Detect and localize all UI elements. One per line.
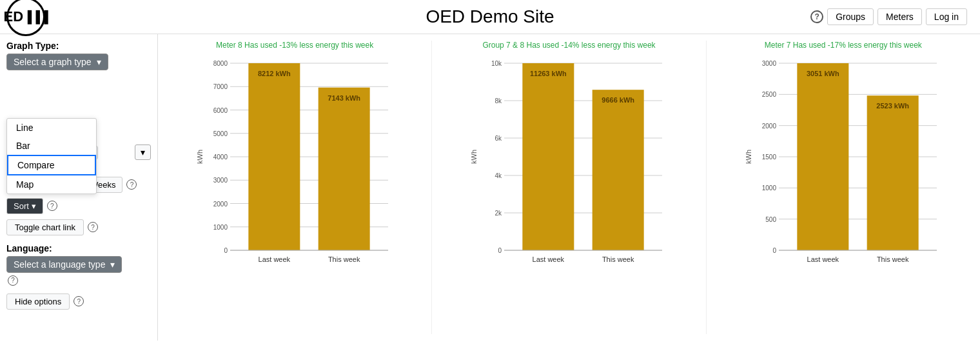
header-actions: ? Groups Meters Log in xyxy=(810,8,967,25)
svg-text:2523 kWh: 2523 kWh xyxy=(876,102,909,110)
hide-help-icon[interactable]: ? xyxy=(74,296,84,306)
svg-text:8000: 8000 xyxy=(213,60,228,67)
language-help-icon[interactable]: ? xyxy=(8,275,18,286)
sort-row: Sort ▾ ? xyxy=(6,198,151,214)
svg-rect-22 xyxy=(318,88,370,250)
svg-text:2000: 2000 xyxy=(213,201,228,208)
meter-dropdown[interactable]: ▾ xyxy=(135,144,151,160)
svg-text:Last week: Last week xyxy=(807,255,839,263)
svg-text:2500: 2500 xyxy=(762,91,777,98)
svg-text:This week: This week xyxy=(328,255,360,263)
svg-text:5000: 5000 xyxy=(213,130,228,137)
graph-type-label: Graph Type: xyxy=(6,41,151,51)
svg-rect-42 xyxy=(593,90,644,250)
sort-button[interactable]: Sort ▾ xyxy=(6,198,43,214)
dropdown-caret: ▾ xyxy=(97,57,101,67)
language-dropdown[interactable]: Select a language type ▾ xyxy=(6,256,122,273)
svg-text:3051 kWh: 3051 kWh xyxy=(807,70,839,77)
logo-icon: ED ▐▐▐ xyxy=(6,0,45,36)
chart-svg-2: 02k4k6k8k10kkWh11263 kWhLast week9666 kW… xyxy=(469,54,669,279)
svg-rect-39 xyxy=(523,63,574,250)
svg-text:9666 kWh: 9666 kWh xyxy=(602,96,635,104)
svg-text:1000: 1000 xyxy=(762,184,777,192)
svg-text:1500: 1500 xyxy=(762,154,777,161)
graph-option-bar[interactable]: Bar xyxy=(7,137,96,155)
hide-options-button[interactable]: Hide options xyxy=(6,293,70,310)
page-title: OED Demo Site xyxy=(426,6,554,27)
svg-text:2000: 2000 xyxy=(762,123,777,130)
charts-area: Meter 8 Has used -13% less energy this w… xyxy=(158,34,980,341)
svg-text:Last week: Last week xyxy=(259,255,291,263)
svg-text:2k: 2k xyxy=(495,210,503,217)
svg-text:0: 0 xyxy=(224,247,228,254)
svg-rect-19 xyxy=(248,63,300,250)
graph-type-menu: Line Bar Compare Map xyxy=(6,118,97,194)
svg-text:kWh: kWh xyxy=(196,150,204,164)
svg-text:500: 500 xyxy=(765,216,776,223)
sort-label: Sort xyxy=(14,201,29,211)
svg-text:1000: 1000 xyxy=(213,224,228,231)
graph-type-dropdown[interactable]: Select a graph type ▾ xyxy=(6,54,108,70)
svg-text:0: 0 xyxy=(772,247,776,254)
groups-button[interactable]: Groups xyxy=(827,8,874,25)
meters-button[interactable]: Meters xyxy=(877,8,922,25)
toggle-chart-link-button[interactable]: Toggle chart link xyxy=(6,219,84,235)
chart-container-2: Group 7 & 8 Has used -14% less energy th… xyxy=(432,41,706,334)
header: ED ▐▐▐ OED Demo Site ? Groups Meters Log… xyxy=(0,0,980,34)
chart-svg-3: 050010001500200025003000kWh3051 kWhLast … xyxy=(743,54,943,279)
svg-text:3000: 3000 xyxy=(213,177,228,184)
logo-text: ED xyxy=(4,8,24,25)
svg-text:Last week: Last week xyxy=(533,255,565,263)
graph-option-compare[interactable]: Compare xyxy=(7,155,96,175)
sort-help-icon[interactable]: ? xyxy=(47,201,57,211)
svg-text:This week: This week xyxy=(602,255,634,263)
main-layout: Graph Type: Select a graph type ▾ Line B… xyxy=(0,34,980,341)
time-help-icon[interactable]: ? xyxy=(126,179,137,190)
chart-svg-1: 010002000300040005000600070008000kWh8212… xyxy=(195,54,395,279)
svg-text:3000: 3000 xyxy=(762,60,777,67)
toggle-row: Toggle chart link ? xyxy=(6,219,151,235)
svg-text:4k: 4k xyxy=(495,172,503,179)
svg-text:7143 kWh: 7143 kWh xyxy=(328,94,360,102)
svg-text:8212 kWh: 8212 kWh xyxy=(258,70,291,77)
chart-container-3: Meter 7 Has used -17% less energy this w… xyxy=(707,41,980,334)
svg-text:7000: 7000 xyxy=(213,83,228,90)
login-button[interactable]: Log in xyxy=(926,8,967,25)
chart-container-1: Meter 8 Has used -13% less energy this w… xyxy=(158,41,432,334)
graph-option-map[interactable]: Map xyxy=(7,175,96,194)
logo: ED ▐▐▐ xyxy=(6,0,45,36)
svg-text:6000: 6000 xyxy=(213,107,228,114)
meter-dropdown-caret: ▾ xyxy=(141,147,145,157)
sort-caret: ▾ xyxy=(32,201,36,211)
svg-text:11263 kWh: 11263 kWh xyxy=(530,70,567,77)
svg-text:8k: 8k xyxy=(495,97,503,104)
svg-rect-61 xyxy=(797,63,848,250)
toggle-help-icon[interactable]: ? xyxy=(88,222,98,232)
graph-type-selected: Select a graph type xyxy=(14,57,92,67)
svg-rect-64 xyxy=(867,95,918,250)
language-label: Language: xyxy=(6,243,151,254)
help-icon[interactable]: ? xyxy=(810,10,823,23)
sidebar: Graph Type: Select a graph type ▾ Line B… xyxy=(0,34,158,341)
language-caret: ▾ xyxy=(110,259,115,270)
svg-text:0: 0 xyxy=(498,247,502,254)
svg-text:10k: 10k xyxy=(491,60,502,67)
svg-text:This week: This week xyxy=(877,255,909,263)
svg-text:6k: 6k xyxy=(495,135,503,142)
svg-text:kWh: kWh xyxy=(470,150,478,164)
svg-text:kWh: kWh xyxy=(745,150,752,164)
language-placeholder: Select a language type xyxy=(14,259,105,270)
language-section: Language: Select a language type ▾ ? xyxy=(6,243,151,286)
chart-title-2: Group 7 & 8 Has used -14% less energy th… xyxy=(482,41,655,50)
graph-option-line[interactable]: Line xyxy=(7,119,96,137)
svg-text:4000: 4000 xyxy=(213,154,228,161)
chart-title-1: Meter 8 Has used -13% less energy this w… xyxy=(216,41,373,50)
logo-bars: ▐▐▐ xyxy=(23,10,48,24)
chart-title-3: Meter 7 Has used -17% less energy this w… xyxy=(765,41,922,50)
hide-options-row: Hide options ? xyxy=(6,293,151,310)
